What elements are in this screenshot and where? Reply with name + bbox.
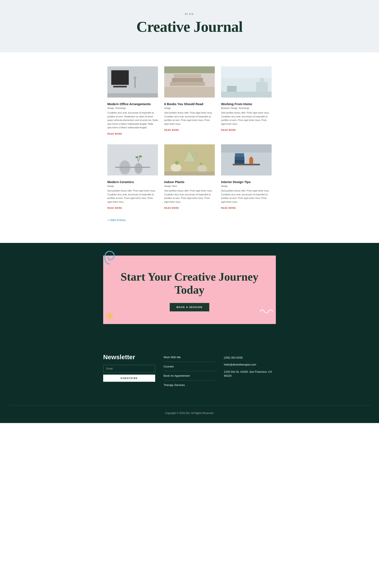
post-title-6: Interior Design Tips: [221, 180, 272, 184]
post-image-3: [221, 65, 272, 99]
post-card-5: Indoor Plants Design, Store Sed porttito…: [164, 143, 215, 210]
footer-link-courses[interactable]: Courses: [164, 365, 216, 371]
footer-address: 1234 Divi St, #1000, San Francisco, CA 9…: [224, 370, 276, 378]
svg-rect-18: [107, 144, 158, 176]
svg-point-32: [197, 165, 207, 172]
read-more-4[interactable]: READ MORE: [107, 207, 122, 209]
post-card-6: Interior Design Tips Design Sed porttito…: [221, 143, 272, 210]
deco-swirl-blue: [101, 249, 118, 266]
svg-point-27: [139, 155, 142, 157]
svg-point-25: [135, 156, 139, 158]
post-excerpt-1: Curabitur arcu erat, accumsan id imperdi…: [107, 111, 158, 130]
read-more-1[interactable]: READ MORE: [107, 133, 122, 135]
post-categories-5: Design, Store: [164, 185, 215, 187]
post-categories-2: Design: [164, 107, 215, 109]
svg-rect-35: [164, 171, 215, 175]
svg-rect-2: [113, 86, 127, 87]
footer-contact: (255) 352-6258 hello@diviarttherapist.co…: [224, 354, 276, 392]
post-categories-3: Business, Design, Technology: [221, 107, 272, 109]
svg-rect-11: [164, 87, 215, 98]
footer-link-book-appointment[interactable]: Book An Appointment: [164, 374, 216, 380]
svg-rect-5: [107, 93, 158, 98]
svg-rect-10: [164, 66, 215, 73]
read-more-3[interactable]: READ MORE: [221, 129, 236, 131]
post-card-4: Modern Ceramics Design Sed porttitor lec…: [107, 143, 158, 210]
svg-rect-17: [221, 92, 272, 98]
svg-rect-1: [111, 70, 129, 85]
older-entries-link[interactable]: « Older Entries: [107, 218, 126, 222]
pagination: « Older Entries: [107, 218, 272, 222]
svg-rect-13: [221, 66, 272, 78]
read-more-2[interactable]: READ MORE: [164, 129, 179, 131]
footer-links: Work With Me Courses Book An Appointment…: [164, 354, 216, 392]
post-categories-1: Design, Technology: [107, 107, 158, 109]
deco-wave-white: [259, 307, 274, 316]
cta-title: Start Your Creative Journey Today: [111, 270, 268, 296]
post-categories-6: Design: [221, 185, 272, 187]
post-image-1: [107, 65, 158, 99]
svg-rect-38: [235, 160, 244, 164]
post-title-3: Working From Home: [221, 102, 272, 106]
footer-newsletter: Newsletter SUBSCRIBE: [103, 354, 155, 392]
svg-point-16: [260, 78, 264, 82]
footer: Newsletter SUBSCRIBE Work With Me Course…: [0, 337, 379, 423]
footer-link-therapy-services[interactable]: Therapy Services: [164, 383, 216, 390]
svg-rect-3: [135, 78, 135, 88]
main-content: Modern Office Arrangements Design, Techn…: [103, 52, 276, 243]
post-card-3: Working From Home Business, Design, Tech…: [221, 65, 272, 135]
subscribe-button[interactable]: SUBSCRIBE: [103, 375, 155, 382]
read-more-5[interactable]: READ MORE: [164, 207, 179, 209]
read-more-6[interactable]: READ MORE: [221, 207, 236, 209]
svg-rect-37: [233, 164, 260, 165]
svg-rect-42: [250, 157, 252, 158]
svg-rect-23: [115, 167, 150, 168]
book-session-button[interactable]: BOOK A SESSION: [170, 303, 209, 311]
footer-email: hello@diviarttherapist.com: [224, 363, 276, 367]
email-input[interactable]: [103, 365, 155, 373]
post-card-2: 6 Books You Should Read Design Sed portt…: [164, 65, 215, 135]
svg-point-31: [171, 164, 181, 171]
deco-star-yellow: ✳: [105, 309, 118, 322]
post-categories-4: Design: [107, 185, 158, 187]
svg-point-4: [133, 77, 137, 79]
post-excerpt-4: Sed porttitor lectus nibh. Proin eget to…: [107, 189, 158, 204]
svg-point-33: [175, 161, 179, 165]
post-excerpt-5: Sed porttitor lectus nibh. Proin eget to…: [164, 189, 215, 204]
svg-rect-14: [256, 82, 268, 92]
post-image-5: [164, 143, 215, 177]
svg-rect-41: [249, 158, 253, 164]
svg-point-34: [200, 162, 203, 165]
post-excerpt-6: Sed porttitor lectus nibh. Proin eget to…: [221, 189, 272, 204]
post-image-4: [107, 143, 158, 177]
svg-point-22: [135, 163, 142, 173]
post-image-2: [164, 65, 215, 99]
blog-title: Creative Journal: [4, 18, 375, 36]
footer-copyright: Copyright © 2024 Divi. All Rights Reserv…: [8, 412, 371, 415]
svg-rect-39: [235, 156, 244, 160]
footer-link-work-with-me[interactable]: Work With Me: [164, 356, 216, 362]
posts-grid: Modern Office Arrangements Design, Techn…: [107, 65, 272, 210]
footer-phone: (255) 352-6258: [224, 356, 276, 360]
svg-rect-8: [172, 78, 203, 82]
blog-label: BLOG: [4, 13, 375, 15]
post-excerpt-3: Sed porttitor lectus nibh. Proin eget to…: [221, 111, 272, 126]
cta-section: ✳ Start Your Creative Journey Today BOOK…: [0, 243, 379, 336]
svg-rect-40: [235, 153, 244, 157]
svg-rect-43: [221, 144, 272, 152]
post-title-4: Modern Ceramics: [107, 180, 158, 184]
post-card-1: Modern Office Arrangements Design, Techn…: [107, 65, 158, 135]
svg-text:✳: ✳: [105, 310, 114, 322]
svg-rect-7: [170, 82, 205, 86]
newsletter-title: Newsletter: [103, 354, 155, 361]
svg-rect-15: [227, 86, 237, 92]
post-title-1: Modern Office Arrangements: [107, 102, 158, 106]
footer-inner: Newsletter SUBSCRIBE Work With Me Course…: [103, 354, 276, 405]
blog-header: BLOG Creative Journal: [0, 0, 379, 52]
post-image-6: [221, 143, 272, 177]
footer-bottom: Copyright © 2024 Divi. All Rights Reserv…: [8, 405, 371, 415]
post-title-2: 6 Books You Should Read: [164, 102, 215, 106]
post-title-5: Indoor Plants: [164, 180, 215, 184]
post-excerpt-2: Sed porttitor lectus nibh. Proin eget to…: [164, 111, 215, 126]
cta-inner: ✳ Start Your Creative Journey Today BOOK…: [103, 256, 276, 324]
svg-rect-9: [174, 74, 201, 78]
